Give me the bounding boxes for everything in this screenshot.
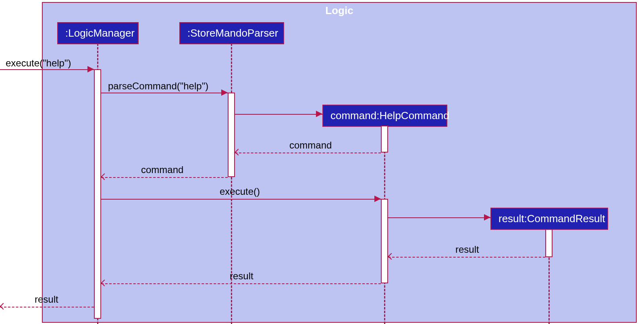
line-execute-help (0, 69, 94, 70)
participant-help-command: command:HelpCommand (322, 105, 447, 127)
arrow-create-command-result (484, 214, 490, 221)
line-parse-command (101, 93, 228, 93)
msg-execute: execute() (220, 186, 260, 197)
msg-parse-command: parseCommand("help") (108, 80, 208, 92)
line-result-return-2 (101, 283, 381, 284)
activation-logic-manager (94, 69, 101, 319)
msg-result-return-2: result (230, 270, 253, 282)
arrow-create-help-command (316, 111, 322, 117)
sequence-diagram: Logic :LogicManager :StoreMandoParser co… (0, 0, 644, 324)
msg-execute-help: execute("help") (6, 58, 71, 69)
arrow-parse-command (221, 89, 228, 96)
logic-frame: Logic (42, 2, 637, 323)
arrow-result-out (0, 303, 6, 310)
activation-help-command-create (381, 126, 388, 153)
arrow-execute (374, 196, 381, 202)
line-execute (101, 199, 381, 200)
msg-command-return-1: command (289, 140, 332, 151)
participant-command-result: result:CommandResult (490, 208, 608, 230)
frame-title: Logic (43, 4, 636, 17)
participant-logic-manager: :LogicManager (57, 22, 139, 44)
line-result-out (0, 307, 94, 307)
arrow-execute-help (87, 66, 94, 72)
msg-result-out: result (35, 294, 58, 305)
activation-store-mando-parser (228, 93, 235, 177)
line-create-help-command (235, 114, 322, 115)
msg-result-return-1: result (455, 244, 479, 255)
line-command-return-1 (235, 153, 381, 153)
msg-command-return-2: command (141, 164, 183, 175)
lifeline-store-mando-parser (231, 43, 232, 324)
activation-command-result (545, 229, 553, 257)
participant-store-mando-parser: :StoreMandoParser (179, 22, 284, 44)
line-result-return-1 (388, 257, 545, 258)
activation-help-command-exec (381, 199, 388, 283)
line-create-command-result (388, 217, 490, 218)
line-command-return-2 (101, 177, 228, 178)
